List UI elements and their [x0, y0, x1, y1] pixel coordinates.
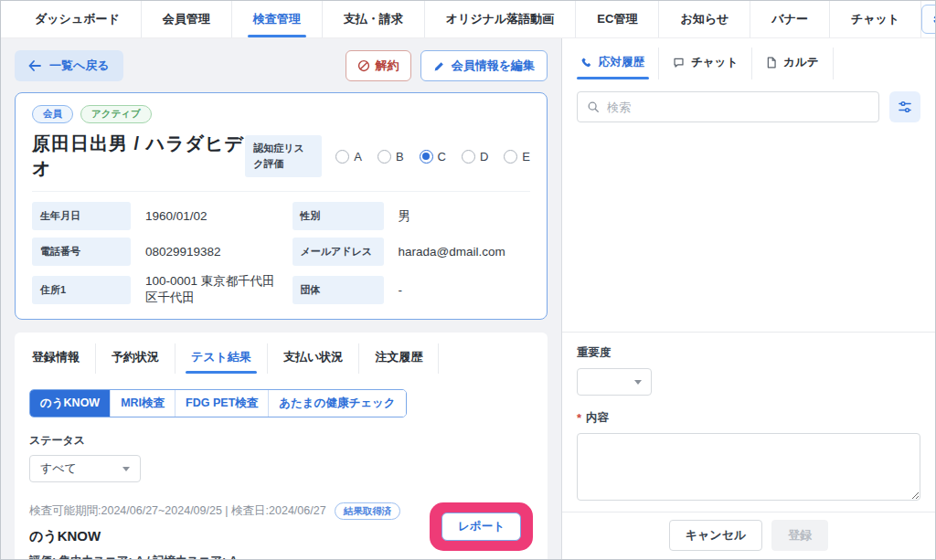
risk-option-e[interactable]: E	[504, 150, 530, 164]
tab-karte-label: カルテ	[783, 55, 818, 70]
nav-item-news[interactable]: お知らせ	[659, 1, 750, 37]
master-management-button[interactable]: マスタ管理	[921, 5, 936, 34]
test-result-item: 検査可能期間:2024/06/27~2024/09/25 | 検査日:2024/…	[29, 490, 533, 559]
gear-icon	[932, 13, 936, 26]
member-name: 原田日出男 / ハラダヒデオ	[32, 132, 245, 181]
field-value-birthdate: 1960/01/02	[145, 209, 278, 223]
risk-option-label: C	[438, 150, 446, 164]
content-textarea[interactable]	[577, 433, 920, 501]
member-detail-pane: 一覧へ戻る 解約 会員情報を編集	[1, 38, 561, 559]
subtab-fdg-pet[interactable]: FDG PET検査	[176, 390, 269, 417]
sliders-icon	[898, 100, 912, 114]
subtab-nouknow[interactable]: のうKNOW	[30, 390, 111, 417]
risk-option-label: A	[354, 150, 362, 164]
subtab-mri[interactable]: MRI検査	[111, 390, 176, 417]
form-footer: キャンセル 登録	[562, 512, 935, 559]
tab-payment-status[interactable]: 支払い状況	[268, 343, 359, 374]
pencil-icon	[433, 60, 445, 72]
caret-down-icon	[634, 380, 642, 385]
risk-option-a[interactable]: A	[335, 150, 362, 164]
nav-item-banner[interactable]: バナー	[750, 1, 830, 37]
tab-reservation-status[interactable]: 予約状況	[96, 343, 176, 374]
submit-button[interactable]: 登録	[771, 520, 828, 551]
arrow-left-icon	[28, 60, 41, 71]
required-mark: *	[577, 411, 581, 425]
tab-chat-label: チャット	[691, 55, 738, 70]
search-row	[577, 91, 920, 122]
status-filter-value: すべて	[40, 460, 77, 477]
detail-toolbar: 一覧へ戻る 解約 会員情報を編集	[15, 50, 548, 81]
tab-response-history[interactable]: 応対履歴	[577, 48, 659, 79]
detail-content-panel: 登録情報 予約状況 テスト結果 支払い状況 注文履歴 のうKNOW MRI検査 …	[15, 333, 548, 559]
tab-order-history[interactable]: 注文履歴	[359, 343, 439, 374]
status-filter-label: ステータス	[29, 433, 533, 449]
radio-icon[interactable]	[462, 150, 475, 164]
document-icon	[766, 57, 777, 69]
content-label: 内容	[586, 410, 609, 426]
field-value-address: 100-0001 東京都千代田区千代田	[145, 273, 278, 306]
radio-icon[interactable]	[504, 150, 517, 164]
field-label-gender: 性別	[292, 202, 384, 230]
history-empty-area	[577, 122, 920, 332]
nav-item-members[interactable]: 会員管理	[142, 1, 232, 37]
search-icon	[587, 100, 600, 113]
subtab-brain-health-check[interactable]: あたまの健康チェック	[269, 390, 405, 417]
filter-button[interactable]	[889, 91, 920, 122]
nav-item-billing[interactable]: 支払・請求	[323, 1, 425, 37]
nav-item-videos[interactable]: オリジナル落語動画	[425, 1, 577, 37]
tab-chat[interactable]: チャット	[659, 48, 752, 79]
cancel-membership-button[interactable]: 解約	[346, 50, 411, 81]
app-window: ダッシュボード 会員管理 検査管理 支払・請求 オリジナル落語動画 EC管理 お…	[0, 0, 936, 560]
back-to-list-label: 一覧へ戻る	[49, 58, 110, 74]
risk-option-b[interactable]: B	[378, 150, 404, 164]
field-label-organization: 団体	[292, 276, 384, 304]
tab-karte[interactable]: カルテ	[752, 48, 833, 79]
tab-registration-info[interactable]: 登録情報	[29, 343, 96, 374]
result-status-badge: 結果取得済	[335, 502, 401, 520]
risk-option-d[interactable]: D	[462, 150, 488, 164]
test-type-tabs: のうKNOW MRI検査 FDG PET検査 あたまの健康チェック	[29, 389, 407, 417]
top-nav: ダッシュボード 会員管理 検査管理 支払・請求 オリジナル落語動画 EC管理 お…	[1, 1, 935, 38]
result-test-name: のうKNOW	[29, 528, 430, 545]
importance-label: 重要度	[577, 345, 920, 361]
back-to-list-button[interactable]: 一覧へ戻る	[15, 50, 123, 81]
nav-item-dashboard[interactable]: ダッシュボード	[14, 1, 142, 37]
risk-option-c[interactable]: C	[420, 150, 446, 164]
field-label-phone: 電話番号	[32, 238, 131, 266]
report-button-highlight-marker: レポート	[430, 502, 533, 551]
field-label-address: 住所1	[32, 276, 131, 304]
importance-select[interactable]	[577, 368, 652, 396]
phone-icon	[580, 57, 592, 69]
status-filter-select[interactable]: すべて	[29, 455, 141, 482]
tab-response-history-label: 応対履歴	[599, 55, 644, 70]
tab-test-results[interactable]: テスト結果	[176, 343, 268, 374]
result-period: 検査可能期間:2024/06/27~2024/09/25 | 検査日:2024/…	[29, 503, 326, 519]
nav-item-ec[interactable]: EC管理	[576, 1, 659, 37]
side-panel-tabs: 応対履歴 チャット カルテ	[577, 48, 920, 79]
field-value-gender: 男	[399, 208, 531, 225]
member-fields: 生年月日 1960/01/02 性別 男 電話番号 08029919382 メー…	[32, 191, 530, 306]
cancel-button[interactable]: キャンセル	[669, 520, 763, 551]
radio-icon[interactable]	[420, 150, 433, 164]
nav-item-chat[interactable]: チャット	[830, 1, 921, 37]
search-input[interactable]	[607, 100, 869, 114]
test-result-list: 検査可能期間:2024/06/27~2024/09/25 | 検査日:2024/…	[29, 490, 533, 559]
radio-icon[interactable]	[335, 150, 349, 164]
edit-member-label: 会員情報を編集	[452, 58, 535, 74]
dementia-risk-group: 認知症リスク評価 A B C D E	[245, 135, 530, 177]
nav-item-inspection[interactable]: 検査管理	[232, 1, 323, 37]
field-label-birthdate: 生年月日	[32, 202, 131, 230]
risk-option-label: D	[480, 150, 488, 164]
field-value-email: harada@dmail.com	[399, 245, 531, 259]
caret-down-icon	[122, 467, 130, 471]
report-button[interactable]: レポート	[441, 512, 521, 541]
radio-icon[interactable]	[378, 150, 391, 164]
detail-tabs: 登録情報 予約状況 テスト結果 支払い状況 注文履歴	[29, 343, 533, 374]
new-entry-form: 重要度 * 内容	[562, 332, 935, 501]
dementia-risk-label: 認知症リスク評価	[245, 135, 322, 177]
edit-member-button[interactable]: 会員情報を編集	[420, 50, 548, 81]
field-label-email: メールアドレス	[292, 238, 384, 266]
ban-icon	[357, 59, 370, 72]
search-box[interactable]	[577, 91, 879, 122]
risk-option-label: B	[396, 150, 404, 164]
